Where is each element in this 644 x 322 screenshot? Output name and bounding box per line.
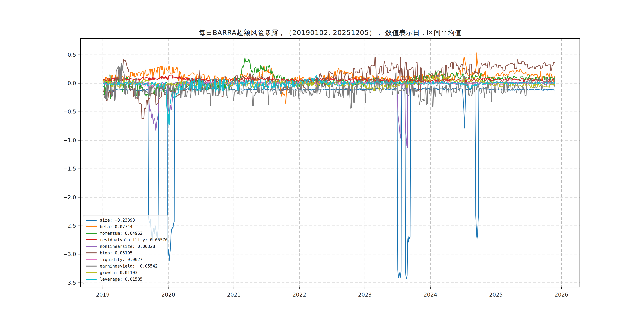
legend-item-size: size: −0.23893	[83, 217, 168, 224]
legend: size: −0.23893beta: 0.07744momentum: 0.0…	[83, 215, 168, 284]
svg-text:2024: 2024	[424, 292, 437, 298]
x-tick-labels: 20192020202120222023202420252026	[96, 292, 568, 298]
legend-label: nonlinearsize: 0.00328	[100, 244, 155, 249]
legend-line-swatch	[86, 226, 97, 227]
legend-item-beta: beta: 0.07744	[83, 224, 168, 230]
legend-item-residualvolatility: residualvolatility: 0.05576	[83, 236, 168, 243]
svg-text:0.5: 0.5	[68, 52, 76, 58]
svg-text:2020: 2020	[162, 292, 175, 298]
legend-item-btop: btop: 0.05195	[83, 250, 168, 256]
legend-line-swatch	[86, 259, 97, 260]
svg-text:2026: 2026	[554, 292, 568, 298]
legend-label: btop: 0.05195	[100, 251, 132, 256]
legend-item-earningsyield: earningsyield: −0.05542	[83, 263, 168, 269]
legend-label: beta: 0.07744	[100, 224, 132, 229]
legend-line-swatch	[86, 239, 97, 240]
legend-line-swatch	[86, 220, 97, 221]
legend-label: residualvolatility: 0.05576	[100, 238, 168, 242]
chart-figure: 每日BARRA超额风险暴露，（20190102, 20251205）， 数值表示…	[0, 0, 644, 322]
legend-line-swatch	[86, 233, 97, 234]
legend-label: earningsyield: −0.05542	[100, 264, 158, 268]
svg-text:−3.0: −3.0	[63, 251, 76, 257]
svg-text:−2.5: −2.5	[63, 222, 76, 229]
legend-label: liquidity: 0.0027	[100, 257, 142, 262]
legend-label: momentum: 0.04962	[100, 231, 142, 236]
legend-line-swatch	[86, 246, 97, 247]
svg-text:2021: 2021	[227, 292, 241, 298]
svg-text:2019: 2019	[96, 292, 110, 298]
legend-label: growth: 0.01103	[100, 270, 138, 275]
y-tick-labels: 0.50.0−0.5−1.0−1.5−2.0−2.5−3.0−3.5	[63, 52, 76, 286]
legend-item-leverage: leverage: 0.01585	[83, 276, 168, 282]
svg-text:−0.5: −0.5	[63, 108, 76, 115]
legend-item-growth: growth: 0.01103	[83, 269, 168, 276]
series-line-size	[103, 86, 555, 279]
legend-line-swatch	[86, 266, 97, 266]
legend-label: leverage: 0.01585	[100, 277, 142, 282]
legend-line-swatch	[86, 279, 97, 280]
legend-item-liquidity: liquidity: 0.0027	[83, 256, 168, 263]
svg-text:−1.5: −1.5	[63, 166, 76, 172]
svg-text:−1.0: −1.0	[63, 137, 76, 143]
svg-text:−3.5: −3.5	[63, 280, 76, 286]
svg-text:2023: 2023	[358, 292, 372, 298]
svg-text:2025: 2025	[489, 292, 503, 298]
legend-label: size: −0.23893	[100, 218, 135, 222]
series-lines	[103, 53, 555, 279]
legend-item-momentum: momentum: 0.04962	[83, 230, 168, 236]
legend-line-swatch	[86, 252, 97, 254]
legend-item-nonlinearsize: nonlinearsize: 0.00328	[83, 243, 168, 250]
svg-text:0.0: 0.0	[68, 80, 76, 86]
svg-text:−2.0: −2.0	[63, 194, 76, 200]
legend-line-swatch	[86, 272, 97, 273]
svg-text:2022: 2022	[292, 292, 306, 298]
